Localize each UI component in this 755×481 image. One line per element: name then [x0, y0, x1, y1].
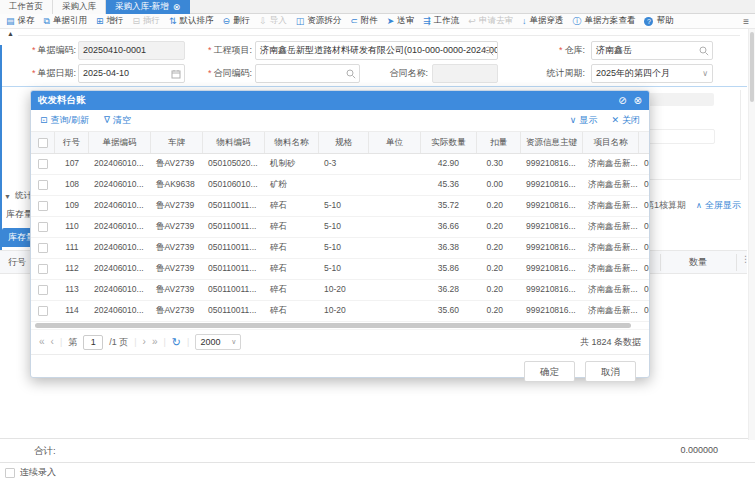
column-header-project-name[interactable]: 项目名称 — [583, 132, 639, 153]
checkbox[interactable] — [38, 264, 48, 274]
page-number-input[interactable] — [83, 335, 103, 350]
row-checkbox-cell[interactable] — [31, 196, 55, 216]
tab-purchase-inbound[interactable]: 采购入库 — [53, 0, 106, 14]
scrollbar-thumb[interactable] — [35, 323, 631, 328]
toolbar-default-sort[interactable]: ⇅默认排序 — [169, 15, 214, 27]
tab-close-icon[interactable]: ⊗ — [173, 3, 181, 12]
table-row[interactable]: 113202406010...鲁AV2739050110011...碎石10-2… — [31, 280, 649, 301]
display-button[interactable]: ∨ 显示 — [570, 114, 598, 127]
refresh-icon[interactable]: ↻ — [172, 337, 181, 348]
column-header-plate[interactable]: 车牌 — [151, 132, 203, 153]
cancel-button[interactable]: 取消 — [585, 361, 636, 382]
cell-project-name: 济南鑫岳新... — [583, 196, 639, 216]
row-checkbox-cell[interactable] — [31, 175, 55, 195]
close-icon[interactable]: ⊗ — [634, 96, 642, 106]
column-header-actual-qty[interactable]: 实际数量 — [421, 132, 477, 153]
table-row[interactable]: 109202406010...鲁AV2739050110011...碎石5-10… — [31, 196, 649, 217]
column-header-unit[interactable]: 单位 — [369, 132, 421, 153]
cell-material-code: 050110011... — [203, 238, 265, 258]
search-icon[interactable] — [346, 69, 356, 79]
checkbox[interactable] — [38, 306, 48, 316]
toolbar-workflow[interactable]: ⇶工作流 — [423, 15, 459, 27]
table-row[interactable]: 111202406010...鲁AV2739050110011...碎石5-10… — [31, 238, 649, 259]
column-header-line-no[interactable]: 行号 — [55, 132, 89, 153]
scrollbar-thumb[interactable] — [750, 32, 754, 102]
column-header-resource-key[interactable]: 资源信息主键 — [521, 132, 583, 153]
table-row[interactable]: 112202406010...鲁AV2739050110011...碎石5-10… — [31, 259, 649, 280]
toolbar-doc-reference[interactable]: ⧉单据引用 — [44, 15, 87, 27]
cell-material-code: 050110011... — [203, 280, 265, 300]
tab-work-home[interactable]: 工作首页 — [0, 0, 53, 14]
cell-material-name: 碎石 — [265, 238, 319, 258]
table-row[interactable]: 108202406010...鲁AK9638050106010...矿粉45.3… — [31, 175, 649, 196]
confirm-button[interactable]: 确定 — [524, 361, 575, 382]
column-header-qty[interactable]: 数量 — [660, 251, 736, 273]
stock-qty-item[interactable]: 库存量 — [6, 208, 32, 221]
toolbar-save[interactable]: ▤保存 — [6, 15, 35, 27]
continuous-entry-checkbox[interactable] — [5, 468, 15, 478]
table-row[interactable]: 107202406010...鲁AV2739050105020...机制砂0-3… — [31, 154, 649, 175]
chevron-down-icon[interactable]: ∨ — [702, 68, 708, 80]
column-header-spec[interactable]: 规格 — [319, 132, 369, 153]
toolbar-attachment[interactable]: ⊂附件 — [350, 15, 378, 27]
search-icon[interactable] — [484, 46, 494, 56]
column-header-material-code[interactable]: 物料编码 — [203, 132, 265, 153]
row-checkbox-cell[interactable] — [31, 301, 55, 321]
table-row[interactable]: 110202406010...鲁AV2739050110011...碎石5-10… — [31, 217, 649, 238]
toolbar-send-review[interactable]: ➤送审 — [387, 15, 415, 27]
toolbar-doc-plan-view[interactable]: ⓘ单据方案查看 — [572, 15, 635, 27]
prev-page-button[interactable]: ‹ — [51, 337, 54, 347]
select-all-checkbox[interactable] — [31, 132, 55, 153]
project-field[interactable]: 济南鑫岳新型道路材料研发有限公司(010-000-0000-2024-006) — [255, 41, 498, 60]
checkbox[interactable] — [38, 159, 48, 169]
query-refresh-button[interactable]: ⊡ 查询/刷新 — [40, 114, 89, 127]
row-checkbox-cell[interactable] — [31, 217, 55, 237]
row-checkbox-cell[interactable] — [31, 259, 55, 279]
row-checkbox-cell[interactable] — [31, 280, 55, 300]
column-header-project-code[interactable]: 项 — [639, 132, 649, 153]
row-checkbox-cell[interactable] — [31, 154, 55, 174]
page-size-select[interactable]: 2000 ∨ — [195, 334, 241, 350]
vertical-scrollbar[interactable] — [748, 29, 755, 440]
cell-resource-key: 999210816... — [521, 301, 583, 321]
checkbox[interactable] — [38, 243, 48, 253]
calendar-icon[interactable] — [171, 69, 181, 79]
maximize-icon[interactable]: ⊘ — [618, 96, 626, 106]
search-icon[interactable] — [699, 46, 709, 56]
warehouse-field[interactable]: 济南鑫岳 — [591, 41, 713, 60]
checkbox[interactable] — [38, 201, 48, 211]
section-header[interactable]: ▼ 统计 — [4, 190, 32, 202]
close-button[interactable]: ✕ 关闭 — [611, 114, 640, 127]
next-page-button[interactable]: › — [143, 337, 146, 347]
column-header-deduction[interactable]: 扣量 — [477, 132, 521, 153]
toolbar-doc-drill[interactable]: ↓单据穿透 — [522, 15, 564, 27]
left-scroll-strip[interactable] — [0, 45, 2, 250]
last-page-button[interactable]: » — [152, 337, 158, 347]
collapse-icon[interactable]: ▲ — [7, 30, 14, 37]
period-select[interactable]: 2025年的第四个月 ∨ — [591, 64, 713, 83]
row-checkbox-cell[interactable] — [31, 238, 55, 258]
table-row[interactable]: 114202406010...鲁AV2739050110011...碎石10-2… — [31, 301, 649, 322]
cell-spec: 5-10 — [319, 217, 369, 237]
menu-icon[interactable]: ≡ — [743, 16, 749, 27]
tab-purchase-inbound-new[interactable]: 采购入库-新增 ⊗ — [106, 0, 190, 14]
cell-deduction: 0.20 — [477, 196, 521, 216]
first-page-button[interactable]: « — [39, 337, 45, 347]
clear-button[interactable]: ∇ 清空 — [104, 114, 131, 127]
horizontal-scrollbar[interactable] — [31, 322, 649, 330]
accounting-period-tab[interactable]: 第1核算期 — [645, 199, 686, 212]
column-header-doc-code[interactable]: 单据编码 — [89, 132, 151, 153]
toolbar-add-row[interactable]: ⊞增行 — [96, 15, 124, 27]
toolbar-resource-split[interactable]: ◫资源拆分 — [296, 15, 342, 27]
checkbox[interactable] — [38, 285, 48, 295]
checkbox[interactable] — [38, 138, 48, 148]
doc-date-field[interactable]: 2025-04-10 — [78, 64, 185, 83]
checkbox[interactable] — [38, 180, 48, 190]
column-header-material-name[interactable]: 物料名称 — [265, 132, 319, 153]
checkbox[interactable] — [38, 222, 48, 232]
column-header-line-no[interactable]: 行号 — [8, 251, 26, 273]
fullscreen-toggle[interactable]: ∧ 全屏显示 — [696, 199, 741, 212]
toolbar-delete-row[interactable]: ⊖删行 — [223, 15, 251, 27]
toolbar-help[interactable]: ?帮助 — [644, 15, 673, 27]
contract-code-field[interactable] — [255, 64, 360, 83]
